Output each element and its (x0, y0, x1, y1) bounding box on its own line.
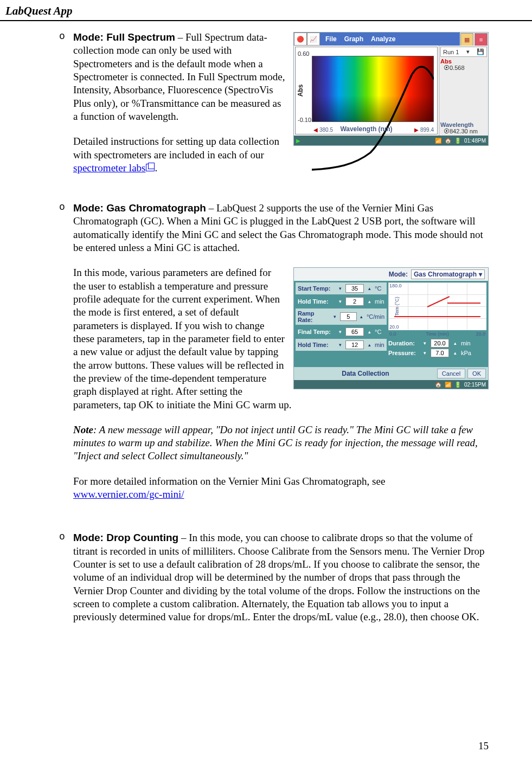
wifi-icon[interactable]: 📶 (435, 138, 441, 144)
side-abs-label: Abs (440, 58, 487, 65)
fig1-ybot: -0.10 (298, 117, 311, 123)
fig2-ytop: 180.0 (389, 283, 402, 288)
val-hold1[interactable]: 2 (345, 297, 364, 306)
gc-text: Mode: Gas Chromatograph – LabQuest 2 sup… (73, 202, 489, 501)
row-final-temp: Final Temp: ▾ 65 ▴ °C (296, 326, 387, 338)
fig1-statusbar: ▶ 📶 🏠 🔋 01:48PM (294, 136, 488, 145)
gc-mode-label: Mode: Gas Chromatograph (73, 202, 206, 214)
fig2-xlabel: Time (min) (426, 331, 449, 337)
row-hold-time-1: Hold Time: ▾ 2 ▴ min (296, 295, 387, 307)
fig2-mode-value: Gas Chromatograph (414, 271, 477, 278)
menu-graph[interactable]: Graph (344, 35, 363, 43)
fig2-mode-select[interactable]: Gas Chromatograph ▾ (411, 269, 485, 279)
battery-icon: 🔋 (454, 138, 461, 144)
inc-icon[interactable]: ▴ (366, 327, 373, 336)
drop-text: Mode: Drop Counting – In this mode, you … (73, 531, 489, 623)
chart-line-seg1 (394, 316, 480, 317)
inc-icon[interactable]: ▴ (358, 312, 365, 321)
inc-icon[interactable]: ▴ (451, 349, 459, 357)
ok-button[interactable]: OK (467, 369, 486, 378)
dec-icon[interactable]: ▾ (336, 284, 344, 293)
page-body: o 🔴 📈 File Graph Analyze ▦ ≡ (0, 21, 532, 624)
inc-icon[interactable]: ▴ (366, 284, 373, 293)
gc-p3: For more detailed information on the Ver… (73, 475, 489, 502)
lbl-final: Final Temp: (298, 329, 335, 335)
wifi-icon[interactable]: 📶 (445, 382, 451, 388)
row-start-temp: Start Temp: ▾ 35 ▴ °C (296, 282, 387, 294)
menu-file[interactable]: File (325, 35, 337, 43)
fig1-tb-left: 🔴 📈 (294, 33, 320, 46)
fs-body2b: . (155, 162, 157, 173)
dec-icon[interactable]: ▾ (332, 312, 338, 321)
note-text: : A new message will appear, "Do not inj… (73, 424, 478, 462)
fig1-sidebar: Run 1 ▾ 💾 Abs ⦿0.568 Wavelength ⦿842.30 … (439, 46, 488, 136)
run-selector[interactable]: Run 1 ▾ 💾 (440, 47, 487, 57)
save-icon[interactable]: 💾 (477, 48, 484, 55)
fig1-time: 01:48PM (464, 138, 486, 144)
home-icon[interactable]: 🏠 (435, 382, 441, 388)
fs-mode-label: Mode: Full Spectrum (73, 31, 175, 43)
fs-body2a: Detailed instructions for setting up dat… (73, 136, 279, 160)
section-full-spectrum: o 🔴 📈 File Graph Analyze ▦ ≡ (73, 31, 489, 187)
fig2-xright: 20.0 (476, 331, 485, 337)
run-arrow-icon: ▾ (466, 48, 470, 55)
dec-icon[interactable]: ▾ (336, 327, 344, 336)
play-icon[interactable]: ▶ (296, 138, 300, 144)
gc-sep: – (206, 202, 216, 214)
section-drop-counting: o Mode: Drop Counting – In this mode, yo… (73, 531, 489, 623)
dec-icon[interactable]: ▾ (421, 349, 428, 357)
external-link-icon (146, 164, 155, 171)
drop-p1: Mode: Drop Counting – In this mode, you … (73, 531, 489, 623)
section-gas-chromatograph: o Mode: Gas Chromatograph – LabQuest 2 s… (73, 202, 489, 516)
side-wl-label: Wavelength (440, 121, 487, 128)
table-tab-icon[interactable]: ▦ (460, 33, 473, 46)
fig1-menu: File Graph Analyze (320, 33, 460, 46)
side-wl-block[interactable]: Wavelength ⦿842.30 nm (440, 121, 487, 134)
dec-icon[interactable]: ▾ (336, 297, 344, 306)
notes-tab-icon[interactable]: ≡ (475, 33, 488, 46)
fig1-xleft: ◀380.5 (312, 127, 333, 133)
lbl-hold2: Hold Time: (298, 342, 335, 348)
lbl-start-temp: Start Temp: (298, 285, 335, 292)
cancel-button[interactable]: Cancel (437, 369, 465, 378)
val-final[interactable]: 65 (345, 327, 364, 336)
figure-spectrometer: 🔴 📈 File Graph Analyze ▦ ≡ 0.60 -0.10 Ab (293, 32, 489, 146)
inc-icon[interactable]: ▴ (366, 340, 373, 349)
page-header: LabQuest App (0, 0, 532, 21)
side-abs-block[interactable]: Abs ⦿0.568 (440, 58, 487, 71)
dec-icon[interactable]: ▾ (336, 340, 344, 349)
menu-analyze[interactable]: Analyze (371, 35, 395, 43)
drop-mode-label: Mode: Drop Counting (73, 532, 178, 543)
dec-icon[interactable]: ▾ (421, 339, 428, 348)
chart-grid (388, 282, 486, 330)
fig2-bottom: Data Collection Cancel OK (294, 367, 488, 380)
spectrometer-labs-link[interactable]: spectrometer labs (73, 162, 145, 173)
fig1-plot[interactable]: 0.60 -0.10 Abs ◀380.5 Wavelength (nm) ▶8… (295, 47, 438, 134)
side-wl-value: ⦿842.30 nm (440, 128, 487, 134)
fig2-extra: Duration: ▾ 20.0 ▴ min Pressure: ▾ 7.0 ▴ (388, 339, 486, 357)
run-label: Run 1 (443, 49, 459, 55)
meter-tab-icon[interactable]: 🔴 (294, 33, 307, 46)
gc-note: Note: A new message will appear, "Do not… (73, 423, 489, 463)
graph-tab-icon[interactable]: 📈 (307, 33, 320, 46)
val-ramp[interactable]: 5 (340, 312, 357, 321)
val-duration[interactable]: 20.0 (431, 339, 449, 348)
val-pressure[interactable]: 7.0 (431, 349, 449, 357)
row-duration: Duration: ▾ 20.0 ▴ min (388, 339, 486, 348)
figure-gc: Mode: Gas Chromatograph ▾ Start Temp: ▾ … (293, 267, 489, 389)
gc-mini-link[interactable]: www.vernier.com/gc-mini/ (73, 488, 184, 500)
unit-hold2: min (375, 342, 384, 348)
home-icon[interactable]: 🏠 (445, 138, 451, 144)
chevron-down-icon: ▾ (479, 271, 482, 278)
fig1-spectrum (312, 56, 434, 122)
fig2-time: 02:15PM (464, 382, 486, 388)
lbl-ramp: Ramp Rate: (298, 310, 330, 323)
fig2-title: Data Collection (296, 370, 435, 377)
inc-icon[interactable]: ▴ (451, 339, 459, 348)
row-hold-time-2: Hold Time: ▾ 12 ▴ min (296, 339, 387, 351)
lbl-duration: Duration: (388, 340, 419, 346)
inc-icon[interactable]: ▴ (366, 297, 373, 306)
note-label: Note (73, 424, 93, 435)
val-hold2[interactable]: 12 (345, 340, 364, 349)
val-start-temp[interactable]: 35 (345, 284, 364, 293)
